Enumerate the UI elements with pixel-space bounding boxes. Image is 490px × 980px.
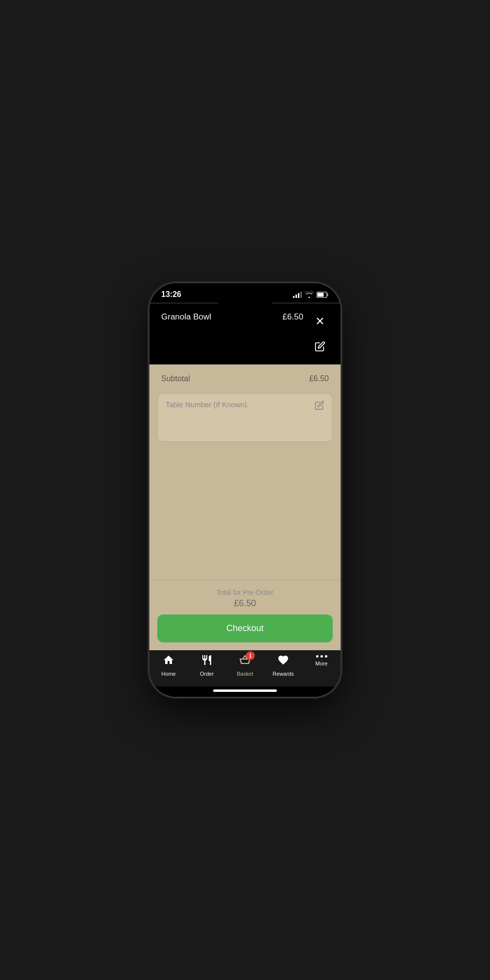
home-icon (163, 654, 174, 669)
item-name: Granola Bowl (161, 312, 211, 322)
svg-rect-0 (293, 296, 294, 298)
item-row: Granola Bowl £6.50 (149, 303, 341, 365)
status-icons (293, 291, 329, 298)
total-value: £6.50 (161, 598, 329, 609)
table-number-field[interactable]: Table Number (If Known) (157, 393, 333, 442)
nav-item-rewards[interactable]: Rewards (269, 654, 298, 677)
signal-icon (293, 292, 302, 298)
subtotal-row: Subtotal £6.50 (149, 365, 341, 393)
beige-section: Subtotal £6.50 Table Number (If Known) T… (149, 365, 341, 650)
rewards-icon (277, 654, 289, 669)
nav-rewards-label: Rewards (272, 671, 294, 677)
nav-item-order[interactable]: Order (192, 654, 221, 677)
svg-rect-3 (300, 292, 302, 298)
table-number-edit-icon (315, 400, 324, 410)
dynamic-island (216, 289, 274, 306)
wifi-icon (305, 291, 314, 298)
home-bar (213, 689, 277, 692)
basket-badge: 1 (246, 651, 255, 660)
nav-more-label: More (315, 661, 327, 666)
subtotal-value: £6.50 (309, 374, 329, 383)
more-icon (316, 654, 327, 659)
nav-home-label: Home (161, 671, 175, 677)
close-icon (315, 316, 325, 326)
order-icon (201, 654, 213, 669)
svg-rect-6 (318, 293, 324, 296)
edit-icon (315, 341, 325, 352)
nav-order-label: Order (200, 671, 214, 677)
item-row-content: Granola Bowl £6.50 (161, 312, 311, 322)
svg-rect-1 (295, 294, 297, 298)
total-label: Total for Pre-Order (161, 588, 329, 596)
dots-icon (316, 654, 327, 659)
nav-item-more[interactable]: More (307, 654, 336, 666)
dot-1 (316, 655, 318, 658)
home-indicator (149, 686, 341, 697)
edit-item-button[interactable] (311, 338, 329, 355)
bottom-nav: Home Order 1 Basket (149, 650, 341, 686)
content-area: Granola Bowl £6.50 (149, 303, 341, 650)
phone-frame: 13:26 (149, 283, 341, 697)
status-time: 13:26 (161, 290, 181, 299)
svg-rect-2 (298, 293, 299, 298)
item-actions (311, 312, 329, 355)
table-number-placeholder: Table Number (If Known) (166, 400, 247, 409)
nav-item-basket[interactable]: 1 Basket (230, 654, 260, 677)
content-spacer (149, 450, 341, 580)
basket-icon: 1 (239, 654, 251, 669)
total-section: Total for Pre-Order £6.50 (149, 580, 341, 614)
subtotal-label: Subtotal (161, 374, 190, 383)
battery-icon (317, 292, 329, 298)
dot-2 (320, 655, 323, 658)
item-price: £6.50 (282, 312, 303, 322)
checkout-button[interactable]: Checkout (157, 614, 333, 642)
nav-basket-label: Basket (237, 671, 253, 677)
svg-rect-5 (327, 294, 329, 296)
nav-item-home[interactable]: Home (154, 654, 183, 677)
dot-3 (325, 655, 327, 658)
remove-item-button[interactable] (311, 312, 329, 330)
